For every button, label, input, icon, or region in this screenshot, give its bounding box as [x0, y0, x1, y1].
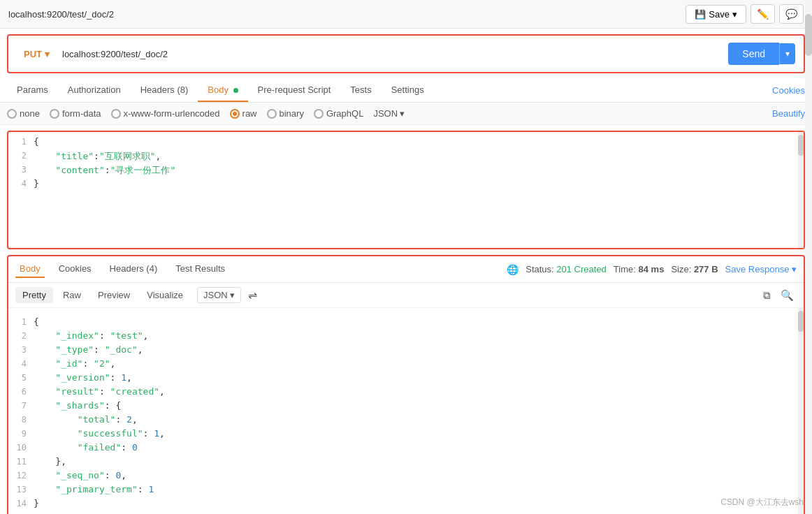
resp-line-7: 7 "_shards": {: [8, 400, 804, 414]
view-tab-pretty[interactable]: Pretty: [15, 287, 53, 303]
tab-headers[interactable]: Headers (8): [131, 79, 198, 102]
resp-line-content-9: "successful": 1,: [34, 428, 165, 439]
resp-line-num-3: 3: [8, 344, 34, 355]
tab-settings[interactable]: Settings: [382, 79, 434, 102]
tab-authorization[interactable]: Authorization: [58, 79, 131, 102]
resp-line-11: 11 },: [8, 456, 804, 470]
radio-binary-label: binary: [280, 108, 304, 119]
resp-line-content-1: {: [34, 316, 39, 327]
line-num-4: 4: [8, 178, 34, 189]
resp-line-10: 10 "failed": 0: [8, 442, 804, 456]
beautify-button[interactable]: Beautify: [772, 108, 805, 119]
method-select[interactable]: PUT ▾: [17, 45, 57, 64]
cookies-link[interactable]: Cookies: [772, 85, 805, 96]
resp-line-8: 8 "total": 2,: [8, 414, 804, 428]
line-content-4: }: [34, 178, 39, 189]
radio-x-www-label: x-www-form-urlencoded: [124, 108, 220, 119]
response-tab-test-results[interactable]: Test Results: [171, 260, 229, 278]
tab-params[interactable]: Params: [7, 79, 58, 102]
wrap-icon[interactable]: ⇌: [244, 287, 261, 303]
search-icon-button[interactable]: 🔍: [778, 288, 797, 303]
view-tab-visualize[interactable]: Visualize: [140, 287, 190, 303]
url-input[interactable]: [62, 49, 723, 59]
resp-line-num-8: 8: [8, 414, 34, 425]
method-arrow: ▾: [45, 49, 50, 59]
radio-dot-form-data: [50, 109, 59, 119]
response-tab-cookies[interactable]: Cookies: [55, 260, 96, 278]
resp-line-content-2: "_index": "test",: [34, 330, 148, 341]
line-content-2: "title":"互联网求职",: [34, 150, 161, 163]
resp-line-num-5: 5: [8, 372, 34, 383]
tab-params-label: Params: [17, 85, 48, 95]
tab-settings-label: Settings: [391, 85, 424, 95]
resp-line-12: 12 "_seq_no": 0,: [8, 470, 804, 484]
radio-dot-graphql: [314, 109, 324, 119]
radio-graphql-label: GraphQL: [326, 108, 363, 119]
view-tab-raw[interactable]: Raw: [56, 287, 88, 303]
request-body-editor[interactable]: 1 { 2 "title":"互联网求职", 3 "content":"寻求一份…: [7, 131, 805, 249]
save-response-button[interactable]: Save Response ▾: [725, 264, 797, 274]
save-icon: 💾: [695, 9, 706, 20]
editor-scrollthumb: [798, 135, 804, 156]
copy-icon-button[interactable]: ⧉: [760, 288, 774, 303]
send-dropdown-button[interactable]: ▾: [779, 43, 795, 64]
tab-body[interactable]: Body: [198, 79, 247, 102]
view-tab-preview[interactable]: Preview: [91, 287, 137, 303]
request-line-2: 2 "title":"互联网求职",: [8, 150, 804, 164]
json-format-select[interactable]: JSON ▾: [373, 108, 405, 119]
comment-icon-button[interactable]: 💬: [779, 4, 804, 24]
radio-x-www[interactable]: x-www-form-urlencoded: [111, 108, 220, 119]
editor-scrollbar[interactable]: [798, 132, 804, 248]
request-code-lines: 1 { 2 "title":"互联网求职", 3 "content":"寻求一份…: [8, 132, 804, 196]
response-tab-headers-label: Headers (4): [110, 263, 158, 274]
response-scrollbar[interactable]: [798, 308, 804, 514]
radio-dot-x-www: [111, 109, 121, 119]
response-view-bar: Pretty Raw Preview Visualize JSON ▾ ⇌ ⧉ …: [8, 283, 804, 308]
tab-tests-label: Tests: [350, 85, 371, 95]
main-scrollbar[interactable]: [805, 0, 812, 514]
resp-line-num-1: 1: [8, 316, 34, 327]
response-tab-body[interactable]: Body: [15, 260, 45, 278]
time-value: 84 ms: [639, 264, 665, 274]
view-tab-pretty-label: Pretty: [22, 290, 46, 300]
edit-icon-button[interactable]: ✏️: [751, 4, 775, 24]
body-type-bar: none form-data x-www-form-urlencoded raw…: [0, 103, 812, 125]
save-dropdown-icon: ▾: [732, 9, 737, 20]
radio-form-data[interactable]: form-data: [50, 108, 101, 119]
line-num-1: 1: [8, 136, 34, 147]
request-tabs-bar: Params Authorization Headers (8) Body Pr…: [0, 79, 812, 103]
send-button-group: Send ▾: [728, 43, 795, 65]
resp-line-num-10: 10: [8, 442, 34, 453]
resp-line-content-3: "_type": "_doc",: [34, 344, 143, 355]
radio-none[interactable]: none: [7, 108, 40, 119]
resp-line-2: 2 "_index": "test",: [8, 330, 804, 344]
response-json-select[interactable]: JSON ▾: [197, 287, 241, 303]
resp-line-num-4: 4: [8, 358, 34, 369]
radio-raw-label: raw: [242, 108, 257, 119]
resp-line-content-4: "_id": "2",: [34, 358, 115, 369]
response-tab-test-results-label: Test Results: [175, 263, 225, 274]
watermark: CSDN @大江东去wsh: [720, 497, 804, 508]
tab-pre-request-label: Pre-request Script: [258, 85, 331, 95]
tab-pre-request[interactable]: Pre-request Script: [248, 79, 341, 102]
radio-binary[interactable]: binary: [267, 108, 304, 119]
body-active-dot: [233, 88, 238, 93]
size-label: Size: 277 B: [671, 264, 718, 274]
resp-line-9: 9 "successful": 1,: [8, 428, 804, 442]
response-scrollthumb: [798, 311, 804, 332]
send-main-button[interactable]: Send: [728, 43, 779, 65]
radio-graphql[interactable]: GraphQL: [314, 108, 363, 119]
top-actions: 💾 Save ▾ ✏️ 💬: [686, 4, 804, 24]
status-value: 201 Created: [556, 264, 607, 274]
resp-line-content-11: },: [34, 456, 66, 467]
resp-line-14: 14 }: [8, 498, 804, 512]
save-label: Save: [709, 9, 730, 20]
response-tab-headers[interactable]: Headers (4): [106, 260, 162, 278]
tab-tests[interactable]: Tests: [340, 79, 381, 102]
resp-line-num-7: 7: [8, 400, 34, 411]
top-url: localhost:9200/test/_doc/2: [8, 9, 114, 20]
response-code-lines: 1 { 2 "_index": "test", 3 "_type": "_doc…: [8, 312, 804, 514]
save-button[interactable]: 💾 Save ▾: [686, 5, 746, 24]
radio-raw[interactable]: raw: [230, 108, 257, 119]
response-actions: ⧉ 🔍: [760, 288, 797, 303]
